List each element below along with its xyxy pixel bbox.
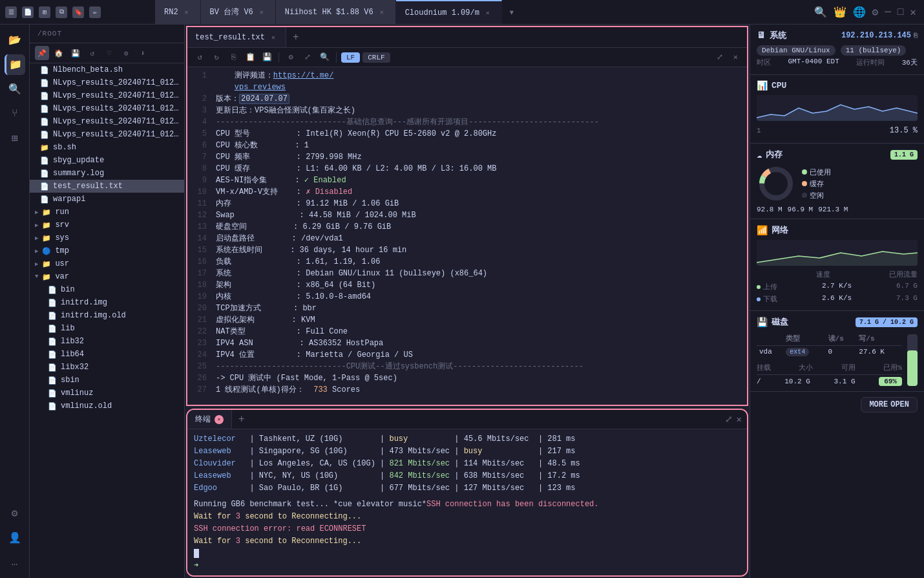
sidebar-item-ip[interactable]: 📄 NLvps_results_20240711_012741_ip_quali… <box>30 89 184 102</box>
bookmark-icon[interactable]: 🔖 <box>72 6 84 18</box>
sidebar-home-btn[interactable]: 🏠 <box>52 46 66 60</box>
terminal-content[interactable]: Uztelecor | Tashkent, UZ (10G) | busy | … <box>187 429 747 575</box>
nav-search-btn[interactable]: 🔍 <box>5 79 25 100</box>
sidebar-item-sbsh[interactable]: 📁 sb.sh <box>30 141 184 154</box>
sidebar-item-vmlinuz[interactable]: 📄 vmlinuz <box>30 387 184 400</box>
file-icon[interactable]: 📄 <box>22 6 34 18</box>
sidebar-config-btn[interactable]: ⚙ <box>119 46 133 60</box>
tab-rn2-close[interactable]: ✕ <box>182 8 191 17</box>
search-icon[interactable]: 🔍 <box>814 6 827 19</box>
sidebar-item-var[interactable]: ▼ 📁 var <box>30 270 184 283</box>
toolbar-paste[interactable]: 📋 <box>243 50 257 65</box>
edit-icon[interactable]: ✏ <box>89 6 101 18</box>
folder-icon-var: 📁 <box>42 273 51 281</box>
sidebar-item-vmlinuz-old[interactable]: 📄 vmlinuz.old <box>30 400 184 412</box>
toolbar-maximize[interactable]: ⤢ <box>713 52 727 62</box>
sidebar-header: /root <box>30 25 184 43</box>
tab-bv-close[interactable]: ✕ <box>257 8 266 17</box>
sidebar-item-warpapi[interactable]: 📄 warpapi <box>30 193 184 206</box>
toolbar-redo[interactable]: ↻ <box>209 50 224 65</box>
toolbar-search2[interactable]: ⤢ <box>300 50 315 65</box>
tab-cloudnium[interactable]: Cloudnium 1.09/m ✕ <box>396 0 502 24</box>
toolbar-close[interactable]: ✕ <box>730 52 742 62</box>
toolbar-copy[interactable]: ⎘ <box>226 50 240 65</box>
sidebar-heart-btn[interactable]: ♡ <box>102 46 116 60</box>
terminal-close-btn[interactable]: ✕ <box>215 415 224 424</box>
maximize-icon[interactable]: □ <box>898 6 904 18</box>
timezone-val: GMT-0400 EDT <box>788 58 839 67</box>
sidebar-pin-btn[interactable]: 📌 <box>35 46 49 60</box>
sidebar-item-usr[interactable]: ▶ 📁 usr <box>30 257 184 270</box>
sidebar-item-streaming[interactable]: 📄 NLvps_results_20240711_012741_streamin… <box>30 115 184 128</box>
menu-icon[interactable]: ☰ <box>5 6 17 18</box>
toolbar-lf[interactable]: LF <box>341 52 360 63</box>
close-icon[interactable]: ✕ <box>910 6 916 19</box>
sidebar-item-fusion[interactable]: 📄 NLvps_results_20240711_012741_fusion <box>30 76 184 89</box>
editor-tab-testresult[interactable]: test_result.txt ✕ <box>187 27 286 47</box>
editor-tab-bar: test_result.txt ✕ + <box>187 27 747 48</box>
sidebar-item-initrd-old[interactable]: 📄 initrd.img.old <box>30 309 184 322</box>
sidebar-item-response[interactable]: 📄 NLvps_results_20240711_012741_response <box>30 102 184 115</box>
terminal-panel-close-btn[interactable]: ✕ <box>737 414 742 425</box>
editor-tab-add[interactable]: + <box>286 32 306 43</box>
uptime-val: 36天 <box>902 58 918 67</box>
crown-icon[interactable]: 👑 <box>834 6 846 19</box>
sidebar-item-srv[interactable]: ▶ 📁 srv <box>30 219 184 231</box>
terminal-tab-main[interactable]: 终端 ✕ <box>187 410 232 429</box>
disk-write: 27.6 K <box>856 346 902 358</box>
terminal-add-btn[interactable]: + <box>232 414 251 425</box>
file-icon-vmlinuz-old: 📄 <box>48 402 57 411</box>
nav-extensions-btn[interactable]: ⊞ <box>5 128 25 149</box>
sidebar-item-summary[interactable]: 📄 summary.log <box>30 167 184 180</box>
toolbar-crlf[interactable]: CRLF <box>362 52 390 63</box>
terminal-maximize-btn[interactable]: ⤢ <box>725 414 733 425</box>
file-icon-vmlinuz: 📄 <box>48 389 57 398</box>
sidebar-save-btn[interactable]: 💾 <box>68 46 83 60</box>
nav-git-btn[interactable]: ⑂ <box>5 103 25 124</box>
tab-rn2[interactable]: RN2 ✕ <box>155 0 201 24</box>
nav-files-btn[interactable]: 📂 <box>5 30 25 50</box>
sidebar-item-run[interactable]: ▶ 📁 run <box>30 206 184 219</box>
toolbar-find[interactable]: 🔍 <box>317 50 331 65</box>
copy-ip-btn[interactable]: ⎘ <box>914 32 918 39</box>
sidebar-item-yabs[interactable]: 📄 NLvps_results_20240711_012741_yabs <box>30 128 184 141</box>
sidebar-item-tmp[interactable]: ▶ 🔵 tmp <box>30 244 184 257</box>
disk-label: 磁盘 <box>772 316 788 328</box>
tab-niihost-close[interactable]: ✕ <box>377 8 386 17</box>
sidebar-item-lib[interactable]: 📄 lib <box>30 322 184 335</box>
toolbar-undo[interactable]: ↺ <box>193 50 207 65</box>
editor-content[interactable]: 1 测评频道：https://t.me/ vps_reviews 2 版本：20… <box>187 67 747 405</box>
sidebar-item-testresult[interactable]: 📄 test_result.txt <box>30 180 184 193</box>
split-icon[interactable]: ⧉ <box>56 6 67 18</box>
editor-tab-close[interactable]: ✕ <box>269 33 278 42</box>
nav-user-btn[interactable]: 👤 <box>5 528 25 548</box>
sidebar-item-lib32[interactable]: 📄 lib32 <box>30 335 184 348</box>
nav-more-btn[interactable]: … <box>5 552 25 573</box>
grid-icon[interactable]: ⊞ <box>39 6 50 18</box>
nav-settings2-btn[interactable]: ⚙ <box>5 503 25 524</box>
sidebar-item-sys[interactable]: ▶ 📁 sys <box>30 231 184 244</box>
tab-niihost[interactable]: Niihost HK $1.88 V6 ✕ <box>276 0 396 24</box>
sidebar-item-libx32[interactable]: 📄 libx32 <box>30 361 184 374</box>
nav-explorer-btn[interactable]: 📁 <box>5 54 25 75</box>
sidebar-item-initrd[interactable]: 📄 initrd.img <box>30 296 184 309</box>
flag-icon[interactable]: 🌐 <box>853 6 866 19</box>
code-line-4: 4 ----------------------------基础信息查询---感… <box>187 116 747 128</box>
sidebar-download-btn[interactable]: ⬇ <box>136 46 150 60</box>
sidebar-item-sbin[interactable]: 📄 sbin <box>30 374 184 387</box>
more-open-btn[interactable]: MORE OPEN <box>861 397 918 412</box>
terminal-prompt: ➜ <box>194 561 198 570</box>
sidebar-item-sbyg[interactable]: 📄 sbyg_update <box>30 154 184 167</box>
tab-add-button[interactable]: ▾ <box>502 6 521 19</box>
minimize-icon[interactable]: ─ <box>885 6 891 18</box>
tab-bv[interactable]: BV 台湾 V6 ✕ <box>201 0 276 24</box>
toolbar-settings[interactable]: ⚙ <box>284 50 298 65</box>
sidebar-item-bin[interactable]: 📄 bin <box>30 283 184 296</box>
sidebar-label-yabs: NLvps_results_20240711_012741_yabs <box>53 130 179 139</box>
sidebar-item-lib64[interactable]: 📄 lib64 <box>30 348 184 361</box>
toolbar-save2[interactable]: 💾 <box>260 50 274 65</box>
sidebar-refresh-btn[interactable]: ↺ <box>85 46 100 60</box>
sidebar-item-nlbench[interactable]: 📄 Nlbench_beta.sh <box>30 63 184 76</box>
settings-icon[interactable]: ⚙ <box>872 6 879 19</box>
tab-cloudnium-close[interactable]: ✕ <box>483 8 492 17</box>
